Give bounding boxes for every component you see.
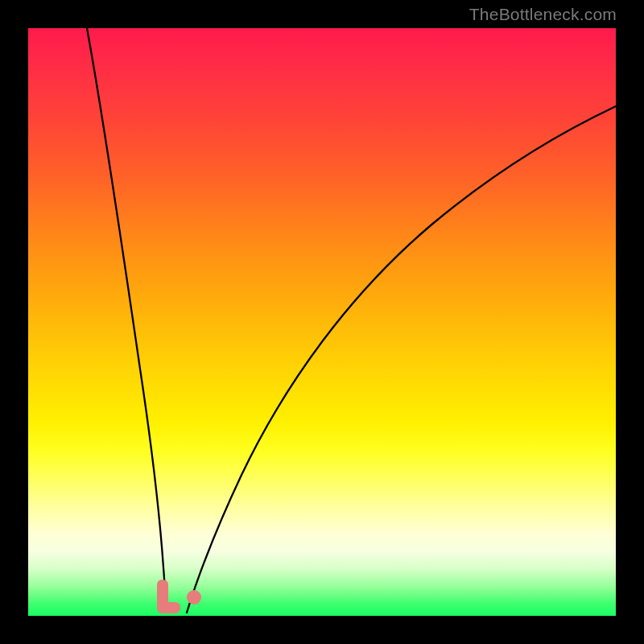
valley-blob-marker: [157, 580, 180, 613]
chart-frame: TheBottleneck.com: [0, 0, 644, 644]
chart-svg: [28, 28, 616, 616]
plot-area: [28, 28, 616, 616]
watermark-text: TheBottleneck.com: [469, 5, 617, 24]
right-curve: [187, 106, 616, 613]
small-dot-marker: [187, 590, 201, 605]
left-curve: [87, 28, 165, 609]
